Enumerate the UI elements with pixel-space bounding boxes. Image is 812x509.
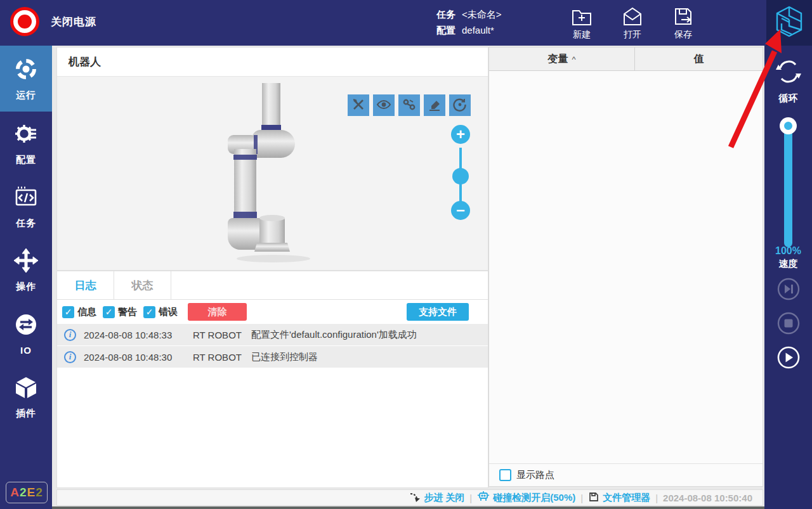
robot-arm-model: [219, 83, 320, 267]
badge-char: 2: [20, 486, 27, 499]
open-task-button[interactable]: 打开: [610, 5, 655, 41]
sort-asc-icon: ^: [572, 55, 575, 64]
zoom-in-icon: +: [456, 127, 465, 142]
show-waypoints-checkbox[interactable]: [499, 469, 511, 481]
speed-slider-track[interactable]: [784, 127, 792, 247]
loop-button[interactable]: 循环: [764, 57, 812, 105]
sidebar-item-io[interactable]: IO: [0, 302, 52, 365]
collision-status[interactable]: 碰撞检测开启(50%): [477, 491, 575, 505]
show-waypoints-label: 显示路点: [516, 469, 554, 481]
step-forward-button[interactable]: [776, 277, 801, 301]
version-badge[interactable]: A2E2: [6, 482, 48, 503]
step-icon: [409, 491, 421, 505]
robot-panel-title: 机器人: [57, 48, 488, 77]
eye-icon: [376, 98, 391, 113]
tab-status[interactable]: 状态: [114, 271, 171, 299]
eye-button[interactable]: [373, 94, 395, 116]
variable-column-header[interactable]: 变量 ^: [489, 48, 635, 70]
filter-info[interactable]: 信息: [62, 306, 96, 318]
sidebar-item-run[interactable]: 运行: [0, 46, 52, 112]
sidebar-item-task[interactable]: 任务: [0, 175, 52, 238]
zoom-slider-knob[interactable]: [452, 168, 469, 184]
stop-button[interactable]: [776, 311, 801, 335]
path-button[interactable]: [398, 94, 420, 116]
checkbox-checked-icon[interactable]: [62, 306, 74, 318]
clear-button[interactable]: 清除: [188, 303, 247, 321]
variable-table-header: 变量 ^ 值: [489, 48, 763, 71]
filter-warning[interactable]: 警告: [103, 306, 137, 318]
new-icon: [570, 5, 594, 28]
robot-panel: 机器人: [56, 47, 488, 271]
checkbox-checked-icon[interactable]: [143, 306, 155, 318]
zoom-in-button[interactable]: +: [451, 125, 470, 144]
open-label: 打开: [624, 29, 641, 41]
show-waypoints-row: 显示路点: [489, 463, 763, 486]
run-icon: [13, 56, 39, 84]
save-task-button[interactable]: 保存: [661, 5, 705, 41]
sidebar-label: 配置: [16, 154, 36, 166]
topbar: 关闭电源 任务 <未命名> 配置 default* 新建: [0, 0, 812, 46]
new-task-button[interactable]: 新建: [560, 5, 604, 41]
task-config-info: 任务 <未命名> 配置 default*: [436, 6, 502, 38]
log-entry[interactable]: i 2024-08-08 10:48:33 RT ROBOT 配置文件'defa…: [57, 324, 488, 345]
variable-header-label: 变量: [547, 53, 568, 66]
power-button[interactable]: [10, 7, 39, 36]
rotate-icon: [453, 98, 467, 113]
checkbox-checked-icon[interactable]: [103, 306, 115, 318]
sidebar-item-operate[interactable]: 操作: [0, 238, 52, 302]
file-icon: [588, 491, 599, 505]
zoom-control: + −: [450, 125, 471, 270]
log-entry[interactable]: i 2024-08-08 10:48:30 RT ROBOT 已连接到控制器: [57, 346, 488, 368]
step-label: 步进 关闭: [424, 492, 464, 504]
save-label: 保存: [674, 29, 692, 41]
zoom-out-button[interactable]: −: [451, 201, 470, 220]
filter-warning-label: 警告: [118, 306, 137, 318]
power-label: 关闭电源: [51, 15, 96, 29]
divider: |: [655, 493, 658, 503]
play-button[interactable]: [776, 345, 801, 370]
log-list: i 2024-08-08 10:48:33 RT ROBOT 配置文件'defa…: [57, 324, 488, 368]
info-icon: i: [64, 329, 76, 341]
left-sidebar: 运行 配置: [0, 46, 52, 509]
tab-log[interactable]: 日志: [57, 271, 114, 299]
speed-label: 速度: [764, 258, 812, 270]
log-source: RT ROBOT: [193, 330, 251, 340]
rotate-button[interactable]: [449, 94, 471, 116]
divider: |: [469, 493, 472, 503]
badge-char: A: [10, 486, 20, 499]
sidebar-item-plugin[interactable]: 插件: [0, 365, 52, 428]
log-panel: 日志 状态 信息 警告 错误 清除 支持文件 i 2024-08-08 10:4…: [56, 271, 488, 488]
log-tabs: 日志 状态: [57, 271, 488, 300]
info-icon: i: [64, 351, 76, 363]
loop-label: 循环: [779, 93, 798, 105]
support-files-button[interactable]: 支持文件: [407, 303, 469, 321]
stop-icon: [776, 326, 801, 337]
config-label: 配置: [436, 22, 455, 38]
badge-char: E: [27, 486, 36, 499]
config-icon: [13, 121, 39, 149]
play-icon: [776, 361, 801, 371]
robot-3d-viewport[interactable]: + −: [57, 77, 488, 270]
task-label: 任务: [436, 6, 455, 22]
sidebar-label: 运行: [16, 89, 36, 101]
task-value: <未命名>: [462, 6, 502, 22]
file-manager-label: 文件管理器: [603, 492, 650, 504]
zoom-out-icon: −: [456, 203, 465, 218]
tools-button[interactable]: [348, 94, 369, 116]
speed-slider-knob[interactable]: [780, 117, 797, 134]
eraser-button[interactable]: [424, 94, 445, 116]
task-icon: [13, 184, 39, 212]
clock-timestamp: 2024-08-08 10:50:40: [663, 493, 752, 503]
log-time: 2024-08-08 10:48:30: [84, 352, 193, 363]
value-column-header[interactable]: 值: [635, 48, 763, 70]
filter-error[interactable]: 错误: [143, 306, 178, 318]
speed-percent: 100%: [764, 245, 812, 257]
bottom-edge-bar: [52, 506, 812, 509]
step-status[interactable]: 步进 关闭: [409, 491, 464, 505]
save-icon: [671, 5, 695, 28]
file-manager-button[interactable]: 文件管理器: [588, 491, 650, 505]
brand-logo-area[interactable]: [766, 0, 812, 46]
collision-icon: [477, 491, 490, 505]
sidebar-item-config[interactable]: 配置: [0, 112, 52, 175]
loop-icon: [774, 57, 803, 89]
